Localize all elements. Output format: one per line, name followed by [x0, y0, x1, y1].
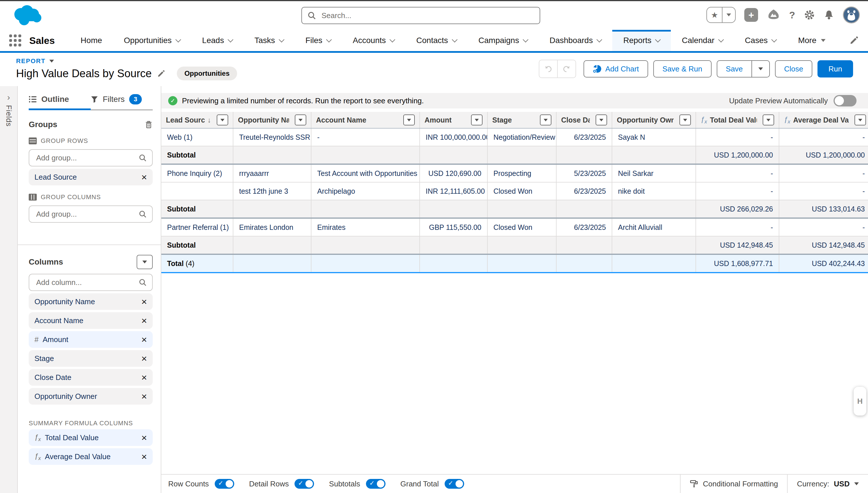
- column-pill-amount[interactable]: #Amount×: [29, 331, 153, 348]
- remove-pill-icon[interactable]: ×: [141, 335, 147, 344]
- column-pill-opportunity-name[interactable]: Opportunity Name×: [29, 293, 153, 310]
- cell-amount: GBP 115,550.00: [420, 218, 487, 236]
- remove-pill-icon[interactable]: ×: [141, 452, 147, 462]
- column-pill-account-name[interactable]: Account Name×: [29, 312, 153, 329]
- columns-menu-button[interactable]: [136, 255, 153, 269]
- add-row-group-input[interactable]: [35, 153, 139, 163]
- cell: [311, 200, 420, 218]
- nav-tab-more[interactable]: More: [787, 30, 837, 51]
- global-search[interactable]: [301, 7, 540, 24]
- remove-pill-icon[interactable]: ×: [141, 316, 147, 325]
- column-filter-button[interactable]: [217, 114, 228, 125]
- column-pill-opportunity-owner[interactable]: Opportunity Owner×: [29, 388, 153, 405]
- summary-pill-total-deal-value[interactable]: ƒxTotal Deal Value×: [29, 429, 153, 446]
- column-filter-button[interactable]: [471, 114, 483, 125]
- save-and-run-button[interactable]: Save & Run: [653, 60, 712, 78]
- nav-tab-tasks[interactable]: Tasks: [244, 30, 295, 51]
- add-row-group-field[interactable]: [29, 149, 153, 167]
- add-column-field[interactable]: [29, 274, 153, 291]
- app-launcher-icon[interactable]: [9, 35, 21, 46]
- column-filter-button[interactable]: [403, 114, 415, 125]
- column-header-account-name[interactable]: Account Name: [311, 112, 420, 128]
- favorites-dropdown-icon[interactable]: [722, 7, 735, 22]
- column-header-stage[interactable]: Stage: [487, 112, 556, 128]
- nav-tab-home[interactable]: Home: [70, 30, 113, 51]
- remove-pill-icon[interactable]: ×: [141, 372, 147, 382]
- remove-pill-icon[interactable]: ×: [141, 172, 147, 182]
- column-header-average-deal-value[interactable]: ƒxAverage Deal Value: [779, 112, 868, 128]
- undo-button[interactable]: [539, 60, 557, 78]
- nav-tab-accounts[interactable]: Accounts: [342, 30, 405, 51]
- nav-tab-leads[interactable]: Leads: [191, 30, 244, 51]
- help-icon[interactable]: ?: [789, 9, 795, 21]
- cell-account-name: Test Account with Opportunities: [311, 164, 420, 182]
- toggle-row-counts[interactable]: ✓: [215, 479, 234, 489]
- add-column-group-input[interactable]: [35, 209, 139, 219]
- nav-tab-contacts[interactable]: Contacts: [405, 30, 468, 51]
- column-header-opportunity-name[interactable]: Opportunity Name: [233, 112, 311, 128]
- column-filter-button[interactable]: [679, 114, 691, 125]
- nav-tab-reports[interactable]: Reports: [612, 30, 671, 51]
- column-header-opportunity-owner[interactable]: Opportunity Owner: [612, 112, 696, 128]
- app-name[interactable]: Sales: [29, 35, 55, 46]
- toggle-grand-total[interactable]: ✓: [445, 479, 464, 489]
- close-button[interactable]: Close: [775, 60, 812, 78]
- remove-pill-icon[interactable]: ×: [141, 391, 147, 401]
- column-header-total-deal-value[interactable]: ƒxTotal Deal Value: [696, 112, 779, 128]
- remove-pill-icon[interactable]: ×: [141, 297, 147, 306]
- tab-outline[interactable]: Outline: [29, 94, 91, 110]
- nav-tab-campaigns[interactable]: Campaigns: [468, 30, 539, 51]
- caret-down-icon: [475, 119, 479, 121]
- column-header-close-date[interactable]: Close Date: [556, 112, 612, 128]
- save-dropdown-button[interactable]: [752, 60, 770, 78]
- column-filter-button[interactable]: [763, 114, 774, 125]
- toggle-subtotals[interactable]: ✓: [366, 479, 385, 489]
- currency-selector[interactable]: Currency: USD: [787, 475, 868, 493]
- nav-tab-calendar[interactable]: Calendar: [671, 30, 734, 51]
- favorites-star-icon[interactable]: ★: [707, 7, 722, 22]
- add-chart-button[interactable]: Add Chart: [584, 60, 648, 78]
- run-button[interactable]: Run: [818, 60, 853, 78]
- remove-pill-icon[interactable]: ×: [141, 353, 147, 363]
- grand-total-row: Total (4)USD 1,608,977.71USD 402,244.43: [161, 254, 868, 273]
- save-button[interactable]: Save: [717, 60, 752, 78]
- remove-pill-icon[interactable]: ×: [141, 433, 147, 443]
- add-column-group-field[interactable]: [29, 206, 153, 223]
- edit-nav-pencil-icon[interactable]: [850, 36, 859, 45]
- nav-tab-dashboards[interactable]: Dashboards: [538, 30, 612, 51]
- summary-pill-average-deal-value[interactable]: ƒxAverage Deal Value×: [29, 448, 153, 465]
- nav-tab-cases[interactable]: Cases: [734, 30, 787, 51]
- user-avatar[interactable]: [843, 6, 860, 23]
- column-pill-close-date[interactable]: Close Date×: [29, 369, 153, 386]
- column-filter-button[interactable]: [854, 114, 866, 125]
- report-kind-menu[interactable]: REPORT: [16, 57, 54, 65]
- conditional-formatting-button[interactable]: Conditional Formatting: [680, 475, 787, 493]
- column-pill-stage[interactable]: Stage×: [29, 350, 153, 367]
- column-filter-button[interactable]: [295, 114, 306, 125]
- setup-gear-icon[interactable]: [804, 9, 815, 21]
- column-filter-button[interactable]: [596, 114, 607, 125]
- column-header-amount[interactable]: Amount: [420, 112, 487, 128]
- column-header-lead-source[interactable]: Lead Source↓: [161, 112, 233, 128]
- global-actions-plus-icon[interactable]: +: [744, 8, 758, 22]
- subtotal-total-deal-value: USD 1,200,000.00: [696, 146, 779, 164]
- column-filter-button[interactable]: [540, 114, 551, 125]
- add-column-input[interactable]: [35, 278, 139, 287]
- trailhead-guidance-icon[interactable]: [767, 8, 780, 22]
- search-input[interactable]: [320, 10, 534, 21]
- redo-button[interactable]: [557, 60, 575, 78]
- notifications-bell-icon[interactable]: [824, 9, 834, 20]
- delete-groups-trash-icon[interactable]: [145, 120, 153, 129]
- update-preview-toggle[interactable]: [833, 95, 856, 106]
- toggle-detail-rows[interactable]: ✓: [295, 479, 314, 489]
- caret-down-icon: [298, 119, 302, 121]
- cell: [420, 254, 487, 273]
- tab-filters[interactable]: Filters 3: [91, 94, 153, 110]
- floating-side-widget[interactable]: H: [854, 387, 866, 415]
- row-group-pill-lead-source[interactable]: Lead Source×: [29, 169, 153, 185]
- fields-panel-collapsed[interactable]: › Fields: [0, 86, 18, 493]
- nav-tab-files[interactable]: Files: [295, 30, 342, 51]
- nav-tab-opportunities[interactable]: Opportunities: [113, 30, 191, 51]
- cell-lead-source: Partner Referral (1): [161, 218, 233, 236]
- edit-title-pencil-icon[interactable]: [157, 69, 165, 78]
